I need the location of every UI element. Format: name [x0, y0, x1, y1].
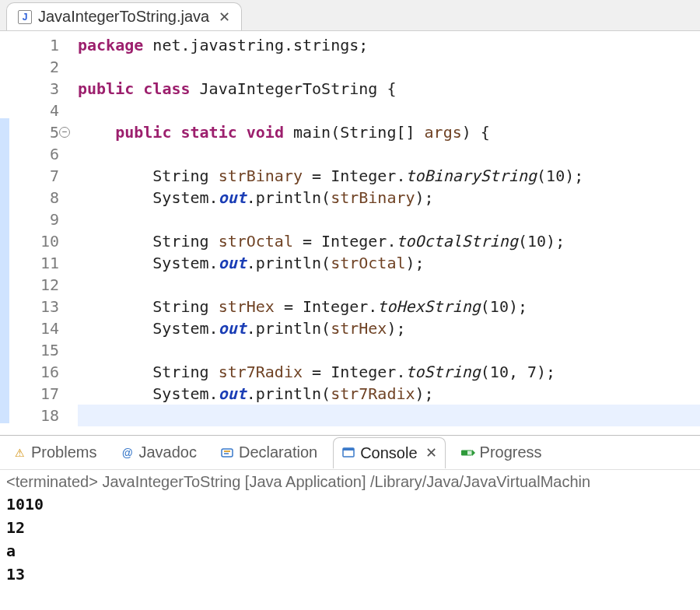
code-line[interactable]	[78, 56, 700, 78]
code-area[interactable]: package net.javastring.strings;public cl…	[64, 31, 700, 435]
line-number: 9	[9, 209, 59, 230]
change-marker	[0, 96, 9, 118]
change-marker	[0, 205, 9, 227]
line-number: 6	[9, 143, 59, 165]
change-marker	[0, 249, 9, 271]
line-number: 5−	[9, 121, 59, 143]
line-number: 16	[9, 361, 59, 383]
code-line[interactable]	[78, 339, 700, 361]
close-icon[interactable]: ✕	[215, 9, 230, 26]
line-number: 3	[9, 78, 59, 100]
code-line[interactable]: public static void main(String[] args) {	[78, 121, 700, 143]
declaration-icon	[220, 446, 234, 460]
code-line[interactable]	[78, 274, 700, 296]
code-line[interactable]	[78, 405, 700, 426]
svg-rect-0	[222, 449, 233, 457]
code-line[interactable]: package net.javastring.strings;	[78, 34, 700, 56]
java-file-icon: J	[18, 10, 32, 24]
code-line[interactable]: System.out.println(strBinary);	[78, 187, 700, 209]
console-process-description: <terminated> JavaIntegerToString [Java A…	[6, 473, 694, 491]
tab-declaration-label: Declaration	[239, 443, 317, 461]
line-number: 14	[9, 317, 59, 339]
code-line[interactable]: System.out.println(strOctal);	[78, 252, 700, 274]
line-number: 1	[9, 34, 59, 56]
change-marker	[0, 31, 9, 53]
marker-strip	[0, 31, 9, 435]
line-number: 12	[9, 274, 59, 296]
progress-icon	[461, 446, 475, 460]
change-marker	[0, 118, 9, 140]
close-icon[interactable]: ✕	[422, 444, 437, 461]
code-line[interactable]: public class JavaIntegerToString {	[78, 78, 700, 100]
line-number: 15	[9, 339, 59, 361]
code-line[interactable]	[78, 209, 700, 230]
tab-javadoc-label: Javadoc	[138, 443, 197, 461]
line-number: 17	[9, 383, 59, 405]
code-line[interactable]: System.out.println(str7Radix);	[78, 383, 700, 405]
at-icon: @	[120, 446, 134, 460]
svg-rect-4	[343, 448, 354, 450]
change-marker	[0, 227, 9, 249]
code-line[interactable]: String strBinary = Integer.toBinaryStrin…	[78, 165, 700, 187]
tab-problems[interactable]: ⚠ Problems	[5, 437, 104, 468]
line-number: 4	[9, 100, 59, 121]
svg-rect-6	[461, 450, 467, 455]
line-number: 10	[9, 230, 59, 252]
code-line[interactable]: String str7Radix = Integer.toString(10, …	[78, 361, 700, 383]
line-number-gutter: 12345−6789101112131415161718	[9, 31, 64, 435]
change-marker	[0, 358, 9, 380]
tab-progress-label: Progress	[480, 443, 542, 461]
code-line[interactable]: String strHex = Integer.toHexString(10);	[78, 296, 700, 317]
tab-console-label: Console	[360, 444, 417, 462]
code-editor[interactable]: 12345−6789101112131415161718 package net…	[0, 31, 700, 436]
fold-collapse-icon[interactable]: −	[59, 127, 70, 138]
change-marker	[0, 380, 9, 401]
line-number: 11	[9, 252, 59, 274]
change-marker	[0, 401, 9, 423]
code-line[interactable]: String strOctal = Integer.toOctalString(…	[78, 230, 700, 252]
tab-progress[interactable]: Progress	[453, 437, 550, 468]
tab-console[interactable]: Console ✕	[333, 437, 445, 468]
line-number: 7	[9, 165, 59, 187]
tab-problems-label: Problems	[31, 443, 96, 461]
editor-tab-filename: JavaIntegerToString.java	[38, 8, 209, 26]
tab-declaration[interactable]: Declaration	[212, 437, 325, 468]
bottom-panel-tabs: ⚠ Problems @ Javadoc Declaration Console…	[0, 436, 700, 470]
console-view: <terminated> JavaIntegerToString [Java A…	[0, 470, 700, 610]
change-marker	[0, 75, 9, 96]
tab-javadoc[interactable]: @ Javadoc	[112, 437, 205, 468]
editor-tab-bar: J JavaIntegerToString.java ✕	[0, 0, 700, 31]
change-marker	[0, 271, 9, 293]
change-marker	[0, 336, 9, 358]
line-number: 18	[9, 405, 59, 426]
change-marker	[0, 162, 9, 184]
change-marker	[0, 53, 9, 75]
change-marker	[0, 184, 9, 205]
warning-icon: ⚠	[12, 446, 26, 460]
line-number: 13	[9, 296, 59, 317]
editor-tab-active[interactable]: J JavaIntegerToString.java ✕	[6, 2, 242, 30]
code-line[interactable]	[78, 100, 700, 121]
line-number: 8	[9, 187, 59, 209]
change-marker	[0, 293, 9, 314]
console-icon	[341, 446, 355, 460]
code-line[interactable]: System.out.println(strHex);	[78, 317, 700, 339]
change-marker	[0, 314, 9, 336]
line-number: 2	[9, 56, 59, 78]
change-marker	[0, 140, 9, 162]
console-output[interactable]: 1010 12 a 13	[6, 493, 694, 586]
code-line[interactable]	[78, 143, 700, 165]
